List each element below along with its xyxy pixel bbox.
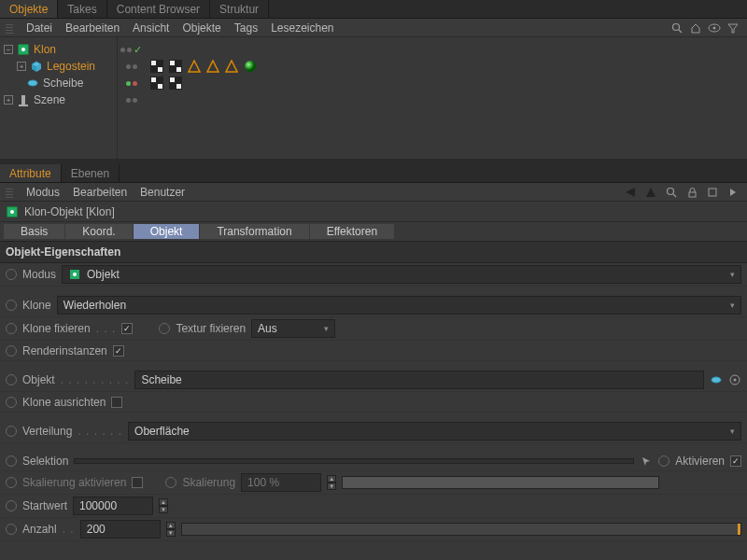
grid-tag-icon[interactable] bbox=[150, 77, 163, 90]
subtab-basis[interactable]: Basis bbox=[4, 224, 64, 239]
search-icon[interactable] bbox=[665, 186, 678, 199]
tab-objekte[interactable]: Objekte bbox=[0, 0, 58, 18]
nav-back-icon[interactable] bbox=[624, 186, 637, 199]
spinner[interactable]: ▲▼ bbox=[327, 475, 336, 490]
keyframe-toggle[interactable] bbox=[6, 477, 17, 488]
prop-klone-fixieren: Klone fixieren. . . Textur fixieren Aus bbox=[0, 317, 747, 341]
menu-benutzer[interactable]: Benutzer bbox=[140, 186, 185, 199]
aktivieren-checkbox[interactable] bbox=[730, 455, 741, 467]
keyframe-toggle[interactable] bbox=[6, 426, 17, 437]
skalierung-aktivieren-checkbox[interactable] bbox=[132, 477, 143, 488]
nav-up-icon[interactable] bbox=[644, 186, 657, 199]
tree-item-scheibe[interactable]: Scheibe bbox=[2, 75, 115, 91]
keyframe-toggle[interactable] bbox=[6, 269, 17, 280]
tab-content-browser[interactable]: Content Browser bbox=[107, 0, 210, 18]
skalierung-slider[interactable] bbox=[342, 476, 659, 489]
prop-label: Renderinstanzen bbox=[22, 344, 107, 357]
tree-item-klon[interactable]: − Klon bbox=[2, 41, 115, 58]
tree-item-szene[interactable]: + Szene bbox=[2, 91, 115, 108]
menu-modus[interactable]: Modus bbox=[26, 186, 60, 199]
menu-ansicht[interactable]: Ansicht bbox=[133, 21, 169, 35]
warning-tag-icon[interactable] bbox=[225, 60, 238, 73]
pick-icon[interactable] bbox=[640, 455, 653, 468]
visibility-dots[interactable]: ✓ bbox=[118, 41, 145, 58]
keyframe-toggle[interactable] bbox=[6, 374, 17, 385]
svg-marker-29 bbox=[646, 188, 655, 197]
svg-point-36 bbox=[10, 210, 14, 214]
svg-point-21 bbox=[245, 61, 256, 72]
keyframe-toggle[interactable] bbox=[6, 397, 17, 408]
keyframe-toggle[interactable] bbox=[6, 524, 17, 535]
subtab-effektoren[interactable]: Effektoren bbox=[310, 224, 394, 239]
tree-item-legostein[interactable]: + Legostein bbox=[2, 58, 115, 75]
startwert-field[interactable]: 100000 bbox=[73, 497, 153, 515]
svg-rect-11 bbox=[19, 105, 28, 106]
renderinstanzen-checkbox[interactable] bbox=[113, 345, 124, 357]
textur-fixieren-dropdown[interactable]: Aus bbox=[251, 319, 335, 338]
tab-struktur[interactable]: Struktur bbox=[210, 0, 269, 18]
disc-icon[interactable] bbox=[710, 373, 723, 386]
pick-icon[interactable] bbox=[728, 373, 741, 386]
lock-icon[interactable] bbox=[685, 186, 698, 199]
klone-dropdown[interactable]: Wiederholen bbox=[57, 296, 741, 315]
sphere-tag-icon[interactable] bbox=[244, 60, 257, 73]
field-value: 100 % bbox=[247, 476, 279, 489]
keyframe-toggle[interactable] bbox=[6, 323, 17, 334]
warning-tag-icon[interactable] bbox=[188, 60, 201, 73]
filter-icon[interactable] bbox=[726, 21, 740, 35]
expand-toggle[interactable]: + bbox=[4, 95, 13, 105]
selektion-field[interactable] bbox=[74, 458, 634, 464]
subtab-objekt[interactable]: Objekt bbox=[134, 224, 200, 239]
menu-tags[interactable]: Tags bbox=[234, 21, 258, 35]
dropdown-value: Oberfläche bbox=[134, 425, 190, 438]
checker-tag-icon[interactable] bbox=[169, 60, 182, 73]
tab-attribute[interactable]: Attribute bbox=[0, 164, 62, 182]
prop-label: Anzahl bbox=[22, 523, 57, 536]
keyframe-toggle[interactable] bbox=[6, 345, 17, 357]
anzahl-field[interactable]: 200 bbox=[80, 520, 161, 539]
arrow-right-icon[interactable] bbox=[726, 186, 740, 199]
svg-rect-32 bbox=[689, 192, 696, 197]
keyframe-toggle[interactable] bbox=[159, 323, 170, 334]
panel-grip-icon[interactable] bbox=[6, 187, 13, 198]
keyframe-toggle[interactable] bbox=[6, 300, 17, 311]
anzahl-slider[interactable] bbox=[181, 523, 741, 536]
klone-ausrichten-checkbox[interactable] bbox=[111, 397, 122, 408]
spinner[interactable]: ▲▼ bbox=[166, 522, 176, 537]
tab-ebenen[interactable]: Ebenen bbox=[62, 164, 120, 182]
visibility-dots[interactable] bbox=[118, 91, 145, 108]
subtab-transformation[interactable]: Transformation bbox=[200, 224, 308, 239]
search-icon[interactable] bbox=[670, 21, 684, 35]
warning-tag-icon[interactable] bbox=[206, 60, 219, 73]
menu-bearbeiten2[interactable]: Bearbeiten bbox=[73, 186, 127, 199]
menu-bearbeiten[interactable]: Bearbeiten bbox=[65, 21, 120, 35]
checker-tag-icon[interactable] bbox=[169, 77, 182, 90]
klone-fixieren-checkbox[interactable] bbox=[121, 323, 133, 334]
home-icon[interactable] bbox=[689, 21, 702, 35]
subtab-koord[interactable]: Koord. bbox=[65, 224, 132, 239]
skalierung-field[interactable]: 100 % bbox=[241, 473, 321, 492]
visibility-dots[interactable] bbox=[118, 75, 145, 91]
new-icon[interactable] bbox=[706, 186, 719, 199]
menu-objekte[interactable]: Objekte bbox=[182, 21, 220, 35]
tag-row bbox=[150, 75, 741, 91]
tab-takes[interactable]: Takes bbox=[58, 0, 106, 18]
spinner[interactable]: ▲▼ bbox=[159, 498, 168, 513]
svg-rect-16 bbox=[170, 61, 175, 65]
eye-icon[interactable] bbox=[708, 21, 721, 35]
modus-dropdown[interactable]: Objekt bbox=[62, 265, 741, 284]
expand-toggle[interactable]: + bbox=[17, 62, 26, 71]
expand-toggle[interactable]: − bbox=[4, 45, 13, 54]
menu-lesezeichen[interactable]: Lesezeichen bbox=[271, 21, 333, 35]
menu-datei[interactable]: Datei bbox=[26, 21, 52, 35]
keyframe-toggle[interactable] bbox=[658, 455, 669, 467]
keyframe-toggle[interactable] bbox=[6, 500, 17, 511]
prop-skalierung: Skalierung aktivieren Skalierung 100 % ▲… bbox=[0, 471, 747, 495]
panel-grip-icon[interactable] bbox=[6, 22, 13, 34]
objekt-link-field[interactable]: Scheibe bbox=[134, 371, 704, 389]
visibility-dots[interactable] bbox=[118, 58, 145, 75]
verteilung-dropdown[interactable]: Oberfläche bbox=[128, 422, 741, 441]
keyframe-toggle[interactable] bbox=[165, 477, 176, 488]
keyframe-toggle[interactable] bbox=[6, 455, 17, 467]
grid-tag-icon[interactable] bbox=[150, 60, 163, 73]
